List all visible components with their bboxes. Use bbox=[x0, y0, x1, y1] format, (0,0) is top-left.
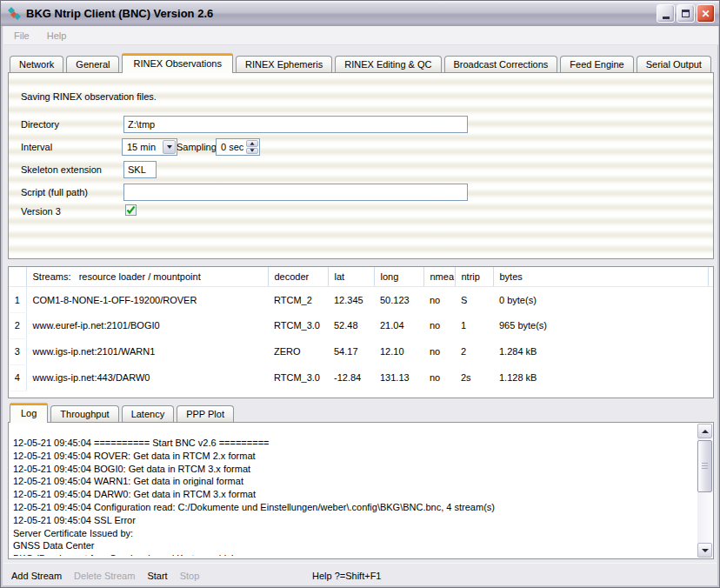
col-header-bytes: bytes bbox=[493, 267, 708, 286]
log-scrollbar[interactable] bbox=[697, 424, 712, 558]
menu-bar: File Help bbox=[3, 26, 718, 45]
cell-nmea: no bbox=[423, 338, 455, 364]
minimize-button[interactable] bbox=[657, 4, 675, 23]
scroll-up-button[interactable] bbox=[697, 424, 712, 438]
interval-label: Interval bbox=[21, 142, 52, 152]
sampling-spin-down-button[interactable] bbox=[246, 148, 258, 155]
version3-checkbox[interactable] bbox=[125, 204, 137, 216]
minimize-icon bbox=[663, 17, 670, 19]
cell-ntrip: 2 bbox=[455, 338, 493, 364]
script-path-label: Script (full path) bbox=[21, 187, 88, 197]
tab-general[interactable]: General bbox=[66, 56, 119, 72]
cell-long: 21.04 bbox=[374, 312, 423, 338]
cell-mountpoint: COM1-8-NONE-1-OFF-19200/ROVER bbox=[26, 286, 268, 312]
col-header-ntrip: ntrip bbox=[455, 267, 493, 286]
cell-mountpoint: www.igs-ip.net:443/DARW0 bbox=[26, 364, 268, 391]
maximize-button[interactable] bbox=[677, 4, 695, 23]
close-button[interactable]: ✕ bbox=[697, 4, 715, 23]
app-window: BKG Ntrip Client (BNC) Version 2.6 ✕ Fil… bbox=[0, 0, 720, 588]
cell-row-number: 4 bbox=[9, 364, 26, 391]
log-text[interactable]: 12-05-21 09:45:04 ========== Start BNC v… bbox=[13, 425, 694, 556]
cell-decoder: RTCM_3.0 bbox=[268, 364, 328, 391]
arrow-up-icon bbox=[250, 142, 254, 144]
tab-rinex-ephemeris[interactable]: RINEX Ephemeris bbox=[236, 56, 332, 72]
thumb-grip-icon bbox=[702, 463, 708, 470]
rinex-observations-panel: Saving RINEX observation files. Director… bbox=[8, 72, 714, 259]
cell-row-number: 2 bbox=[9, 312, 26, 338]
window-title: BKG Ntrip Client (BNC) Version 2.6 bbox=[26, 7, 657, 20]
action-bar: Add Stream Delete Stream Start Stop Help… bbox=[3, 563, 717, 587]
scroll-down-button[interactable] bbox=[697, 543, 712, 558]
stream-row-3[interactable]: 3www.igs-ip.net:2101/WARN1ZERO54.1712.10… bbox=[9, 338, 713, 364]
col-header-long: long bbox=[374, 267, 423, 286]
col-header-row-number bbox=[9, 267, 26, 286]
interval-value: 15 min bbox=[127, 142, 156, 152]
cell-decoder: ZERO bbox=[268, 338, 328, 364]
col-header-decoder: decoder bbox=[268, 267, 328, 286]
app-icon bbox=[7, 6, 22, 21]
scrollbar-thumb[interactable] bbox=[697, 440, 712, 492]
tab-latency[interactable]: Latency bbox=[122, 405, 175, 422]
cell-lat: -12.84 bbox=[328, 364, 374, 391]
stream-row-2[interactable]: 2www.euref-ip.net:2101/BOGI0RTCM_3.052.4… bbox=[9, 312, 713, 338]
delete-stream-button[interactable]: Delete Stream bbox=[74, 571, 135, 581]
cell-filler bbox=[708, 364, 713, 391]
stream-row-1[interactable]: 1COM1-8-NONE-1-OFF-19200/ROVERRTCM_212.3… bbox=[9, 286, 713, 312]
cell-lat: 52.48 bbox=[328, 312, 374, 338]
tab-ppp-plot[interactable]: PPP Plot bbox=[177, 405, 234, 422]
streams-table-container: Streams: resource loader / mountpointdec… bbox=[8, 266, 714, 398]
stream-row-4[interactable]: 4www.igs-ip.net:443/DARW0RTCM_3.0-12.841… bbox=[9, 364, 713, 391]
check-icon bbox=[126, 205, 136, 215]
tab-rinex-observations[interactable]: RINEX Observations bbox=[122, 53, 232, 73]
stop-button[interactable]: Stop bbox=[180, 571, 200, 581]
cell-ntrip: 2s bbox=[455, 364, 493, 391]
tab-broadcast-corrections[interactable]: Broadcast Corrections bbox=[444, 56, 558, 72]
arrow-down-icon bbox=[250, 150, 254, 152]
cell-nmea: no bbox=[423, 364, 455, 391]
arrow-down-icon bbox=[702, 549, 709, 552]
sampling-spin-buttons bbox=[246, 140, 258, 154]
menu-help[interactable]: Help bbox=[38, 30, 76, 41]
cell-filler bbox=[708, 312, 713, 338]
sampling-spin-up-button[interactable] bbox=[246, 140, 258, 147]
tab-network[interactable]: Network bbox=[10, 56, 63, 72]
log-panel: 12-05-21 09:45:04 ========== Start BNC v… bbox=[8, 422, 714, 559]
cell-ntrip: 1 bbox=[455, 312, 493, 338]
cell-long: 12.10 bbox=[374, 338, 423, 364]
tab-throughput[interactable]: Throughput bbox=[50, 405, 118, 422]
cell-decoder: RTCM_3.0 bbox=[268, 312, 328, 338]
main-tab-row: NetworkGeneralRINEX ObservationsRINEX Ep… bbox=[10, 53, 720, 73]
interval-dropdown-button[interactable] bbox=[163, 140, 176, 154]
cell-long: 50.123 bbox=[374, 286, 423, 312]
cell-decoder: RTCM_2 bbox=[268, 286, 328, 312]
title-bar[interactable]: BKG Ntrip Client (BNC) Version 2.6 ✕ bbox=[1, 1, 719, 26]
bottom-tab-bar: LogThroughputLatencyPPP Plot bbox=[10, 403, 237, 423]
cell-filler bbox=[708, 338, 713, 364]
menu-file[interactable]: File bbox=[3, 30, 38, 41]
cell-bytes: 965 byte(s) bbox=[493, 312, 708, 338]
sampling-spinbox[interactable]: 0 sec bbox=[216, 138, 260, 156]
cell-long: 131.13 bbox=[374, 364, 423, 391]
skeleton-extension-input[interactable] bbox=[123, 161, 157, 178]
cell-nmea: no bbox=[423, 312, 455, 338]
help-shortcut-label: Help ?=Shift+F1 bbox=[312, 571, 382, 581]
tab-log[interactable]: Log bbox=[10, 403, 48, 423]
close-icon: ✕ bbox=[701, 9, 710, 19]
sampling-value: 0 sec bbox=[221, 142, 243, 152]
cell-lat: 12.345 bbox=[328, 286, 374, 312]
start-button[interactable]: Start bbox=[147, 571, 167, 581]
col-header-streams-resource-loader-mountpoint: Streams: resource loader / mountpoint bbox=[26, 267, 268, 286]
cell-bytes: 1.284 kB bbox=[493, 338, 708, 364]
directory-input[interactable] bbox=[123, 116, 468, 133]
tab-serial-output[interactable]: Serial Output bbox=[637, 56, 711, 72]
tab-rinex-editing-qc[interactable]: RINEX Editing & QC bbox=[335, 56, 441, 72]
add-stream-button[interactable]: Add Stream bbox=[11, 571, 62, 581]
cell-bytes: 0 byte(s) bbox=[493, 286, 708, 312]
col-header-filler bbox=[708, 267, 713, 286]
script-path-input[interactable] bbox=[123, 184, 468, 201]
cell-row-number: 1 bbox=[9, 286, 26, 312]
cell-lat: 54.17 bbox=[328, 338, 374, 364]
tab-feed-engine[interactable]: Feed Engine bbox=[560, 56, 633, 72]
maximize-icon bbox=[682, 10, 690, 17]
interval-combobox[interactable]: 15 min bbox=[122, 138, 177, 156]
